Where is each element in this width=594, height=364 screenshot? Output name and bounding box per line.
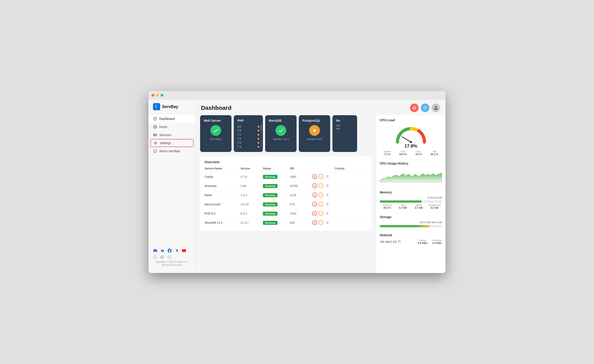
- divider-3: [380, 213, 442, 213]
- php-dot-70: [257, 130, 259, 132]
- sidebar-item-dashboard[interactable]: Dashboard: [148, 115, 195, 123]
- card-title-nol: No: [336, 119, 353, 122]
- restart-btn-caddy[interactable]: ↺: [318, 174, 324, 179]
- network-row: 192.168.0.101 Upload 0.0 KB/s: [380, 239, 442, 244]
- globe-link-icon[interactable]: [160, 255, 164, 259]
- stop-btn-memcached[interactable]: ■: [312, 202, 317, 207]
- copyright-text: CopyRight © 2024 ServBay, LLC. All Right…: [153, 260, 191, 267]
- log-btn-php83[interactable]: ☰: [325, 211, 330, 216]
- close-button[interactable]: [152, 94, 154, 97]
- overview-title: Overview: [205, 160, 367, 164]
- restart-btn-php83[interactable]: ↺: [318, 211, 324, 216]
- log-btn-dnsmasq[interactable]: ☰: [325, 183, 330, 188]
- service-card-web-server[interactable]: Web Server 2/2 Hosts: [200, 115, 231, 152]
- service-card-nol[interactable]: No Red Mer: [332, 115, 357, 152]
- td-version-redis: 7.2.4: [241, 193, 263, 197]
- restart-btn-mariadb113[interactable]: ↺: [318, 220, 324, 225]
- sidebar-item-label-hosts: Hosts: [159, 125, 167, 129]
- network-ip: 192.168.0.101: [380, 240, 397, 243]
- cpu-history-title: CPU Usage History: [380, 162, 442, 165]
- sidebar-item-about[interactable]: i About ServBay: [148, 147, 195, 155]
- memory-pressure-label: Pressure: [380, 204, 395, 206]
- storage-widget: Storage 397.6 GB/ 494.4 GB: [380, 215, 442, 227]
- control-btns-memcached: ■ ↺ ☰: [312, 202, 367, 207]
- network-title: Network: [380, 233, 442, 237]
- log-btn-memcached[interactable]: ☰: [325, 202, 330, 207]
- network-download: Download 1.0 KB/s: [432, 239, 442, 244]
- facebook-icon[interactable]: [167, 248, 172, 253]
- th-control: Control: [312, 167, 367, 170]
- control-btns-redis: ■ ↺ ☰: [312, 192, 367, 198]
- restart-btn-dnsmasq[interactable]: ↺: [318, 183, 324, 188]
- sidebar-item-services[interactable]: Services: [148, 131, 195, 139]
- table-row: dnsmasq 2.90 Running 43750 ■ ↺ ☰: [205, 181, 367, 191]
- stop-btn-php83[interactable]: ■: [312, 211, 317, 216]
- info-link-icon[interactable]: i: [153, 255, 157, 259]
- log-btn-caddy[interactable]: ☰: [325, 174, 330, 179]
- table-row: Caddy 2.7.6 Running 1665 ■ ↺ ☰: [205, 172, 367, 181]
- sidebar-item-hosts[interactable]: Hosts: [148, 123, 195, 131]
- dashboard-icon: [153, 117, 157, 121]
- network-widget: Network 192.168.0.101 Upload: [380, 233, 442, 244]
- app-window: ServBay Dashboard: [148, 91, 446, 273]
- php-scrollbar: [261, 124, 262, 150]
- card-status-text-web-server: 2/2 Hosts: [204, 138, 228, 141]
- youtube-icon[interactable]: [182, 248, 186, 253]
- refresh-button[interactable]: [421, 104, 429, 112]
- sidebar-logo-text: ServBay: [162, 105, 178, 109]
- th-status: Status: [263, 167, 290, 170]
- svg-point-23: [410, 141, 412, 143]
- td-name-php83: PHP 8.3: [205, 212, 241, 215]
- copy-icon[interactable]: [398, 240, 401, 244]
- cpu-history-chart: [380, 169, 442, 182]
- td-status-redis: Running: [263, 193, 290, 197]
- x-icon[interactable]: 𝕏: [175, 248, 179, 253]
- restart-btn-memcached[interactable]: ↺: [318, 202, 324, 207]
- cpu-stat-idle-label: Idle: [427, 150, 442, 153]
- stop-btn-redis[interactable]: ■: [312, 192, 317, 198]
- help-link-icon[interactable]: ?: [167, 255, 171, 259]
- td-name-dnsmasq: dnsmasq: [205, 184, 241, 188]
- footer-links: i ?: [153, 255, 191, 259]
- service-card-mariadb[interactable]: MariaDB Version: 11.3: [265, 115, 297, 152]
- network-stats: Upload 0.0 KB/s Download 1.0 KB/s: [418, 239, 442, 244]
- service-card-php[interactable]: PHP 5.6 7.0 7.1 7.2 7.3 7.4: [234, 115, 263, 152]
- svg-point-2: [155, 118, 155, 119]
- log-btn-mariadb113[interactable]: ☰: [325, 220, 330, 225]
- storage-bar: [380, 225, 442, 227]
- memory-stat-compressed: Compressed 3.2 GB: [427, 204, 442, 209]
- sidebar-item-label-dashboard: Dashboard: [159, 117, 175, 121]
- sidebar-item-label-services: Services: [159, 133, 171, 137]
- medium-icon[interactable]: M: [160, 248, 165, 253]
- user-button[interactable]: [432, 104, 440, 112]
- card-status-web-server: [210, 125, 221, 136]
- divider-2: [380, 188, 442, 188]
- sidebar-item-settings[interactable]: Settings: [150, 139, 194, 147]
- memory-widget: Memory 10.8/16.0 GB Pressure 35.0 %: [380, 191, 442, 209]
- power-button[interactable]: ⏻: [410, 104, 418, 112]
- minimize-button[interactable]: [156, 94, 159, 97]
- table-row: MariaDB 11.3 11.3.1 Running 950 ■ ↺ ☰: [205, 218, 367, 227]
- cpu-stat-idle: Idle 82.2 %: [427, 150, 442, 156]
- stop-btn-dnsmasq[interactable]: ■: [312, 183, 317, 188]
- discord-icon[interactable]: [153, 248, 157, 253]
- log-btn-redis[interactable]: ☰: [325, 192, 330, 198]
- maximize-button[interactable]: [161, 94, 163, 97]
- restart-btn-redis[interactable]: ↺: [318, 192, 324, 198]
- app-layout: ServBay Dashboard: [148, 99, 446, 273]
- service-card-postgresql[interactable]: PostgreSQL Version: N/A: [299, 115, 330, 152]
- traffic-lights: [152, 94, 163, 97]
- table-row: Memcached 1.6.23 Running 973 ■ ↺ ☰: [205, 200, 367, 209]
- cpu-stats: System 7.3 % User 10.4 % Nice 0.0 %: [380, 150, 442, 156]
- stop-btn-caddy[interactable]: ■: [312, 174, 317, 179]
- svg-line-22: [402, 137, 411, 142]
- td-version-dnsmasq: 2.90: [241, 184, 263, 188]
- download-label: Download: [432, 239, 442, 242]
- memory-pressure-value: 35.0 %: [380, 206, 395, 209]
- cpu-history-widget: CPU Usage History: [380, 162, 442, 185]
- stop-btn-mariadb113[interactable]: ■: [312, 220, 317, 225]
- status-badge-dnsmasq: Running: [263, 184, 277, 188]
- about-icon: i: [153, 149, 157, 153]
- card-status-mariadb: [276, 125, 286, 136]
- sidebar-footer: M 𝕏 i ?: [148, 245, 195, 269]
